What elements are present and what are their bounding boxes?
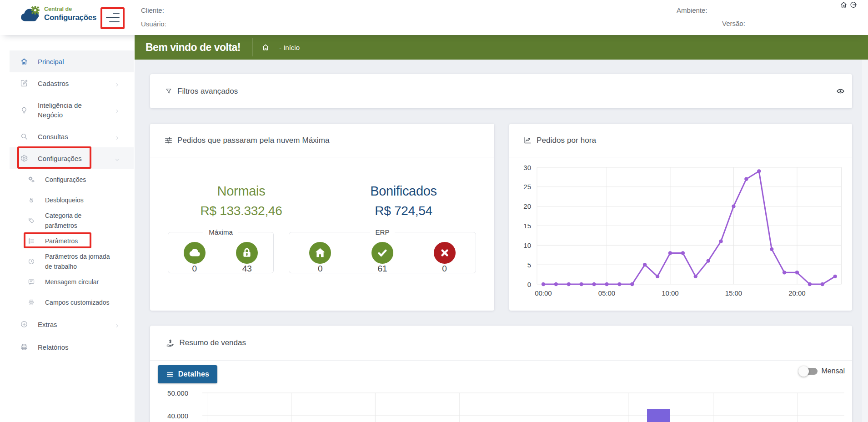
- chevron-right-icon: [115, 322, 120, 327]
- normals-value: R$ 133.332,46: [160, 202, 322, 220]
- svg-text:5: 5: [527, 261, 531, 269]
- status-item: 0: [309, 242, 331, 274]
- sidebar-collapse-button[interactable]: [103, 10, 122, 27]
- status-item: 43: [236, 242, 258, 274]
- sales-summary-chart: 50.00040.000: [150, 326, 852, 422]
- sidebar-item-label: Inteligência deNegócio: [38, 100, 82, 120]
- message-icon: [28, 278, 35, 286]
- sidebar-item-label: Desbloqueios: [45, 195, 84, 205]
- home-icon[interactable]: [840, 1, 848, 9]
- breadcrumb: - Início: [279, 44, 300, 51]
- sidebar-item-principal[interactable]: Principal: [10, 50, 134, 72]
- sidebar-item-extras[interactable]: Extras: [10, 312, 134, 336]
- advanced-filters-title: Filtros avançados: [177, 87, 238, 96]
- svg-text:40.000: 40.000: [167, 412, 188, 420]
- cloud-gear-logo-icon: [20, 6, 41, 22]
- cogs-icon: [28, 176, 35, 183]
- svg-text:05:00: 05:00: [598, 289, 616, 297]
- orders-cloud-card: Pedidos que passaram pela nuvem Máxima N…: [150, 124, 494, 311]
- bonified-value: R$ 724,54: [322, 202, 485, 220]
- edit-icon: [20, 79, 28, 87]
- status-count: 43: [236, 264, 258, 274]
- sidebar-item-desbloqueios[interactable]: Desbloqueios: [10, 190, 134, 210]
- sidebar-item-label: Consultas: [38, 132, 68, 141]
- client-label: Cliente:: [141, 6, 164, 14]
- filter-icon: [165, 87, 172, 95]
- hamburger-icon: [113, 13, 120, 14]
- svg-text:20:00: 20:00: [788, 289, 806, 297]
- x-mark-badge: [434, 242, 456, 264]
- status-count: 0: [184, 264, 206, 274]
- sidebar-item-configuracoes[interactable]: Configurações: [10, 147, 134, 169]
- sidebar-item-label: Parâmetros: [45, 236, 78, 246]
- sidebar-item-label: Categoria deparâmetros: [45, 211, 81, 231]
- orders-card-title: Pedidos que passaram pela nuvem Máxima: [177, 136, 330, 145]
- svg-text:25: 25: [523, 183, 531, 191]
- list-icon: [28, 237, 35, 245]
- group-erp: ERP 0 61 0: [289, 228, 476, 273]
- svg-text:20: 20: [523, 202, 531, 210]
- status-item: 0: [434, 242, 456, 274]
- svg-text:15:00: 15:00: [725, 289, 743, 297]
- lightbulb-icon: [20, 106, 28, 114]
- app-screen: Central de Configurações Cliente: Usuári…: [0, 0, 868, 422]
- sidebar-item-inteligencia-de-negocio[interactable]: Inteligência deNegócio: [10, 94, 134, 126]
- normals-label: Normais: [160, 182, 322, 200]
- logo-line1: Central de: [44, 6, 96, 12]
- bonified-label: Bonificados: [322, 182, 485, 200]
- chevron-right-icon: [115, 134, 120, 139]
- breadcrumb-home-icon[interactable]: [261, 43, 270, 51]
- orders-per-hour-card: Pedidos por hora 05101520253000:0005:001…: [509, 124, 852, 311]
- sidebar-item-parametros[interactable]: Parâmetros: [10, 231, 134, 251]
- sidebar-item-parametros-da-jornada-de-trabalho[interactable]: Parâmetros da jornadade trabalho: [10, 251, 134, 271]
- sidebar-item-label: Mensagem circular: [45, 277, 99, 287]
- user-label: Usuário:: [141, 20, 166, 28]
- sidebar-item-campos-customizados[interactable]: Campos customizados: [10, 292, 134, 312]
- check-badge: [371, 242, 393, 264]
- sidebar-item-label: Campos customizados: [45, 297, 110, 307]
- printer-icon: [20, 343, 28, 351]
- cloud-filled-badge: [184, 242, 206, 264]
- sidebar-item-label: Parâmetros da jornadade trabalho: [45, 251, 110, 271]
- group-legend: ERP: [370, 228, 395, 236]
- sidebar-item-label: Extras: [38, 320, 57, 329]
- sidebar-item-configuracoes[interactable]: Configurações: [10, 169, 134, 190]
- svg-text:10:00: 10:00: [662, 289, 679, 297]
- svg-text:0: 0: [527, 281, 531, 288]
- status-item: 0: [184, 242, 206, 274]
- version-label: Versão:: [722, 20, 745, 27]
- sidebar-item-label: Configurações: [38, 154, 82, 163]
- sidebar-item-mensagem-circular[interactable]: Mensagem circular: [10, 271, 134, 292]
- sidebar-item-consultas[interactable]: Consultas: [10, 126, 134, 147]
- search-icon: [20, 132, 28, 141]
- stack-icon: [28, 299, 35, 306]
- sidebar-item-cadastros[interactable]: Cadastros: [10, 72, 134, 94]
- sidebar: Principal Cadastros Inteligência deNegóc…: [0, 35, 135, 422]
- sidebar-menu: Principal Cadastros Inteligência deNegóc…: [10, 50, 134, 358]
- svg-text:15: 15: [523, 222, 531, 230]
- sales-summary-card: Resumo de vendas Detalhes Mensal 50.0004…: [150, 326, 852, 422]
- environment-label: Ambiente:: [677, 6, 707, 14]
- clock-icon: [28, 258, 35, 265]
- eye-icon[interactable]: [836, 87, 845, 95]
- logo-line2: Configurações: [44, 13, 96, 22]
- welcome-title: Bem vindo de volta!: [146, 41, 241, 54]
- scrollbar-track[interactable]: [862, 60, 868, 422]
- sliders-icon: [164, 136, 173, 145]
- svg-text:50.000: 50.000: [167, 389, 188, 397]
- svg-text:00:00: 00:00: [535, 289, 552, 297]
- gear-icon: [20, 154, 28, 162]
- chevron-right-icon: [115, 81, 120, 86]
- status-count: 0: [434, 264, 456, 274]
- home-outline-icon: [20, 57, 28, 65]
- sidebar-item-label: Configurações: [45, 175, 86, 185]
- plus-circle-icon: [20, 320, 28, 328]
- logout-icon[interactable]: [849, 1, 857, 9]
- group-legend: Máxima: [203, 228, 238, 236]
- sidebar-item-categoria-de-parametros[interactable]: Categoria deparâmetros: [10, 210, 134, 231]
- sidebar-item-relatorios[interactable]: Relatórios: [10, 336, 134, 358]
- lock-filled-badge: [236, 242, 258, 264]
- advanced-filters-panel[interactable]: Filtros avançados: [150, 74, 852, 108]
- tag-icon: [28, 217, 35, 224]
- svg-text:30: 30: [523, 164, 531, 171]
